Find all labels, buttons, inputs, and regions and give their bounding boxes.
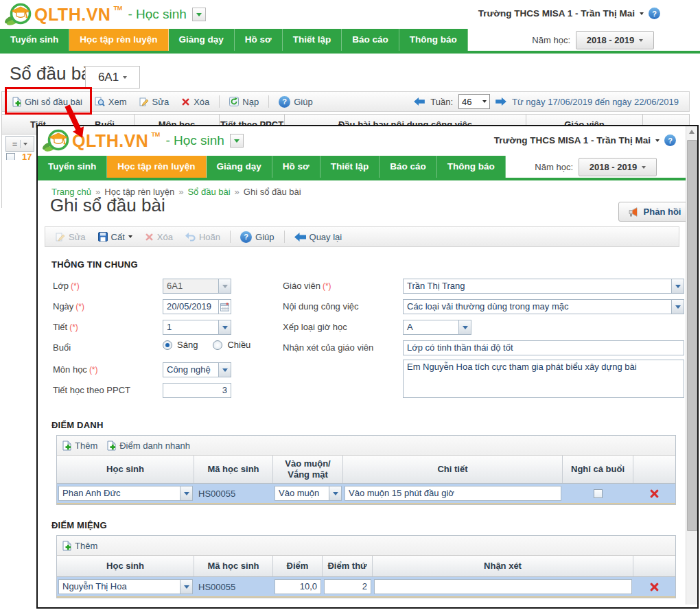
next-week-icon[interactable] bbox=[495, 97, 506, 106]
radio-chieu[interactable] bbox=[213, 340, 222, 350]
diem-mieng-table: Thêm Học sinh Mã học sinh Điểm Điểm thứ … bbox=[56, 535, 676, 598]
col-chi-tiet: Chi tiết bbox=[343, 456, 563, 483]
chevron-down-icon bbox=[671, 300, 684, 314]
them-button[interactable]: Thêm bbox=[62, 541, 97, 551]
nap-button[interactable]: Nạp bbox=[224, 93, 264, 110]
chevron-down-icon bbox=[642, 166, 646, 169]
module-switch-button[interactable] bbox=[230, 134, 244, 148]
row-checkbox[interactable] bbox=[6, 153, 15, 160]
nhan-xet-input[interactable]: Lớp có tinh thần thái độ tốt bbox=[403, 340, 684, 355]
refresh-icon bbox=[229, 97, 239, 106]
row-hoc-sinh-select[interactable]: Phan Anh Đức bbox=[58, 486, 193, 501]
row-chi-tiet-input[interactable]: Vào muộn 15 phút đầu giờ bbox=[345, 486, 561, 501]
col-vao-muon: Vào muộn/ Vắng mặt bbox=[273, 456, 343, 483]
them-button[interactable]: Thêm bbox=[62, 441, 97, 451]
save-icon bbox=[98, 232, 108, 242]
vertical-scrollbar[interactable] bbox=[686, 126, 697, 605]
undo-icon bbox=[185, 233, 196, 242]
tab-bao-cao[interactable]: Báo cáo bbox=[380, 156, 437, 178]
scrollbar-thumb[interactable] bbox=[687, 140, 697, 531]
tab-giang-day[interactable]: Giảng dạy bbox=[169, 29, 235, 51]
scroll-up-icon bbox=[689, 130, 695, 134]
tab-thiet-lap[interactable]: Thiết lập bbox=[320, 156, 380, 178]
chevron-down-icon bbox=[639, 39, 643, 42]
app-logo: QLTH.VN TM - Học sinh bbox=[4, 1, 206, 27]
xoa-button[interactable]: Xóa bbox=[176, 93, 214, 110]
chevron-down-icon bbox=[123, 76, 127, 79]
app-header: QLTH.VN TM - Học sinh Trường THCS MISA 1… bbox=[38, 126, 697, 155]
caret-down-icon bbox=[640, 12, 644, 15]
class-select[interactable]: 6A1 bbox=[85, 66, 140, 89]
row-diem-input[interactable]: 10,0 bbox=[275, 579, 321, 594]
grid-filter-button[interactable]: = bbox=[5, 136, 34, 152]
prev-week-icon[interactable] bbox=[414, 97, 425, 106]
chevron-down-icon bbox=[218, 363, 231, 377]
week-label: Tuần: bbox=[430, 97, 453, 107]
col-ma-hoc-sinh: Mã học sinh bbox=[194, 456, 273, 483]
quay-lai-button[interactable]: Quay lại bbox=[290, 228, 347, 245]
feedback-button[interactable]: Phản hồi bbox=[618, 202, 691, 222]
add-page-icon bbox=[12, 97, 21, 107]
tab-thiet-lap[interactable]: Thiết lập bbox=[283, 29, 342, 51]
delete-row-button[interactable] bbox=[650, 489, 659, 498]
ngay-date-field[interactable]: 20/05/2019 bbox=[163, 299, 231, 314]
tiet-ppct-label: Tiết học theo PPCT bbox=[53, 385, 130, 395]
giup-button[interactable]: ? Giúp bbox=[235, 228, 279, 245]
school-year-select[interactable]: 2018 - 2019 bbox=[579, 158, 657, 176]
cat-button[interactable]: Cất bbox=[93, 228, 137, 245]
sua-button[interactable]: Sửa bbox=[135, 93, 174, 110]
module-switch-button[interactable] bbox=[192, 8, 206, 21]
delete-row-button[interactable] bbox=[650, 583, 659, 591]
diem-danh-nhanh-button[interactable]: Điểm danh nhanh bbox=[107, 441, 190, 451]
noi-dung-select[interactable]: Các loại vải thường dùng trong may mặc bbox=[403, 299, 684, 314]
tiet-select[interactable]: 1 bbox=[163, 320, 231, 335]
tab-giang-day[interactable]: Giảng dạy bbox=[207, 156, 272, 178]
tab-thong-bao[interactable]: Thông báo bbox=[399, 29, 468, 51]
xep-loai-select[interactable]: A bbox=[403, 320, 471, 335]
breadcrumb-so-dau-bai[interactable]: Sổ đầu bài bbox=[187, 187, 230, 197]
scroll-up-button[interactable] bbox=[686, 126, 697, 137]
col-actions bbox=[633, 556, 675, 576]
chevron-down-icon bbox=[218, 320, 231, 334]
row-diem-thu-input[interactable]: 2 bbox=[324, 579, 371, 594]
account-menu[interactable]: Trường THCS MISA 1 - Trần Thị Mai ? bbox=[478, 8, 660, 19]
giao-vien-select[interactable]: Trần Thị Trang bbox=[403, 279, 684, 294]
school-year-picker: Năm học: 2018 - 2019 bbox=[532, 31, 654, 49]
tab-hoc-tap-ren-luyen[interactable]: Học tập rèn luyện bbox=[69, 29, 168, 51]
logo-text: QLTH.VN bbox=[34, 5, 110, 25]
calendar-icon[interactable] bbox=[218, 300, 231, 314]
week-select[interactable]: 46 bbox=[458, 94, 490, 109]
tab-ho-so[interactable]: Hồ sơ bbox=[272, 156, 320, 178]
row-hoc-sinh-select[interactable]: Nguyễn Thị Hoa bbox=[58, 579, 193, 594]
tiet-ppct-input[interactable]: 3 bbox=[163, 383, 231, 398]
row-nhan-xet-input[interactable] bbox=[374, 579, 632, 594]
col-diem-thu: Điểm thứ bbox=[323, 556, 373, 576]
help-icon: ? bbox=[279, 96, 290, 108]
diem-danh-table: Thêm Điểm danh nhanh Học sinh Mã học sin… bbox=[56, 435, 676, 505]
tab-tuyen-sinh[interactable]: Tuyển sinh bbox=[0, 29, 69, 51]
account-menu[interactable]: Trường THCS MISA 1 - Trần Thị Mai ? bbox=[494, 134, 676, 146]
tab-hoc-tap-ren-luyen[interactable]: Học tập rèn luyện bbox=[107, 156, 206, 178]
nghi-ca-buoi-checkbox[interactable] bbox=[594, 489, 603, 498]
nav-underline bbox=[0, 51, 700, 54]
tab-tuyen-sinh[interactable]: Tuyển sinh bbox=[38, 156, 107, 178]
row-trang-thai-select[interactable]: Vào muộn bbox=[275, 486, 342, 501]
help-icon[interactable]: ? bbox=[664, 134, 676, 146]
school-year-select[interactable]: 2018 - 2019 bbox=[576, 31, 654, 49]
giup-button[interactable]: ? Giúp bbox=[274, 93, 317, 110]
section-diem-mieng: ĐIỂM MIỆNG bbox=[51, 520, 107, 530]
help-icon[interactable]: ? bbox=[649, 8, 660, 19]
account-name: Trường THCS MISA 1 - Trần Thị Mai bbox=[478, 8, 635, 19]
radio-sang[interactable] bbox=[163, 340, 172, 350]
nhan-xet-chi-tiet-textarea[interactable]: Em Nguyễn Hoa tích cực tham gia phát biể… bbox=[403, 360, 684, 398]
bg-grid-left-border bbox=[1, 91, 2, 208]
tab-ho-so[interactable]: Hồ sơ bbox=[235, 29, 283, 51]
school-year-label: Năm học: bbox=[532, 35, 570, 45]
tab-bao-cao[interactable]: Báo cáo bbox=[342, 29, 399, 51]
diem-danh-toolbar: Thêm Điểm danh nhanh bbox=[57, 436, 675, 456]
chevron-down-icon bbox=[180, 580, 192, 594]
tab-thong-bao[interactable]: Thông báo bbox=[437, 156, 506, 178]
col-nghi-ca-buoi: Nghỉ cả buổi bbox=[563, 456, 633, 483]
buoi-radio-group: Sáng Chiều bbox=[163, 340, 250, 350]
mon-hoc-select[interactable]: Công nghệ bbox=[163, 362, 231, 377]
